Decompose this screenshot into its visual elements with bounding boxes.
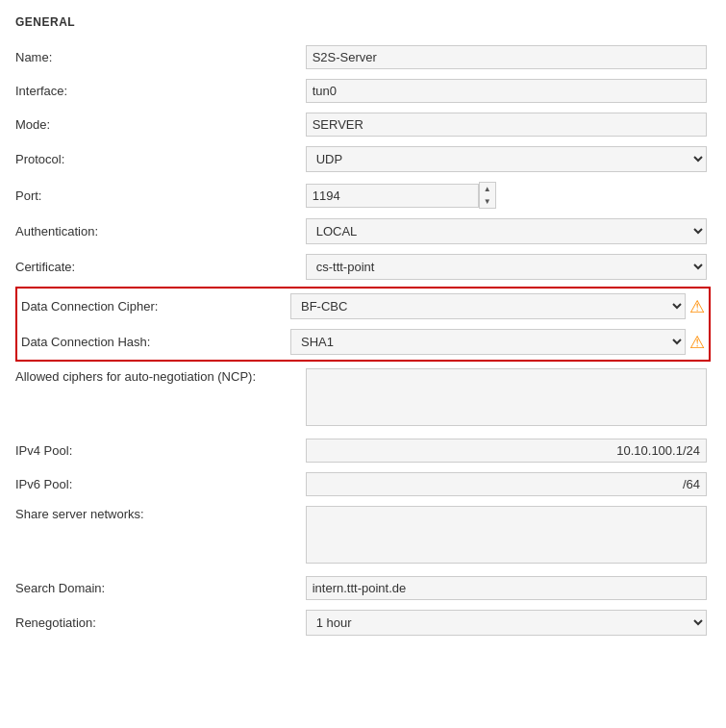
- cipher-field-wrapper: BF-CBC AES-256-CBC AES-128-CBC ⚠: [290, 293, 705, 319]
- renegotiation-row: Renegotiation: 1 hour 2 hours 4 hours 8 …: [15, 605, 711, 640]
- protocol-select[interactable]: UDP TCP: [306, 146, 707, 172]
- cipher-select[interactable]: BF-CBC AES-256-CBC AES-128-CBC: [290, 293, 686, 319]
- ipv6-pool-row: IPv6 Pool:: [15, 467, 711, 501]
- search-domain-label: Search Domain:: [15, 571, 302, 605]
- share-server-networks-row: Share server networks:: [15, 501, 711, 571]
- interface-input[interactable]: [306, 79, 707, 103]
- port-decrement-button[interactable]: ▼: [480, 195, 495, 208]
- port-input[interactable]: [306, 184, 479, 208]
- search-domain-input[interactable]: [306, 576, 707, 600]
- ipv4-pool-input[interactable]: [306, 439, 707, 463]
- port-increment-button[interactable]: ▲: [480, 183, 495, 195]
- allowed-ciphers-textarea[interactable]: [306, 368, 707, 426]
- mode-label: Mode:: [15, 108, 302, 141]
- port-value-cell: ▲ ▼: [302, 177, 711, 213]
- mode-row: Mode:: [15, 108, 711, 141]
- section-title: GENERAL: [15, 15, 711, 29]
- certificate-select[interactable]: cs-ttt-point: [306, 254, 707, 280]
- cipher-hash-table: Data Connection Cipher: BF-CBC AES-256-C…: [17, 289, 709, 360]
- search-domain-value-cell: [302, 571, 711, 605]
- search-domain-row: Search Domain:: [15, 571, 711, 605]
- hash-field-wrapper: SHA1 SHA256 MD5 ⚠: [290, 329, 705, 355]
- hash-select[interactable]: SHA1 SHA256 MD5: [290, 329, 686, 355]
- port-spinner: ▲ ▼: [479, 182, 496, 209]
- port-row: Port: ▲ ▼: [15, 177, 711, 213]
- certificate-row: Certificate: cs-ttt-point: [15, 249, 711, 285]
- hash-value-cell: SHA1 SHA256 MD5 ⚠: [287, 324, 709, 360]
- cipher-value-cell: BF-CBC AES-256-CBC AES-128-CBC ⚠: [287, 289, 709, 324]
- authentication-select[interactable]: LOCAL REMOTE: [306, 218, 707, 244]
- cipher-label: Data Connection Cipher:: [17, 289, 287, 324]
- renegotiation-select[interactable]: 1 hour 2 hours 4 hours 8 hours Never: [306, 610, 707, 636]
- mode-input[interactable]: [306, 113, 707, 137]
- interface-label: Interface:: [15, 74, 302, 108]
- name-label: Name:: [15, 40, 302, 74]
- certificate-value-cell: cs-ttt-point: [302, 249, 711, 285]
- protocol-row: Protocol: UDP TCP: [15, 141, 711, 177]
- allowed-ciphers-row: Allowed ciphers for auto-negotiation (NC…: [15, 364, 711, 434]
- certificate-label: Certificate:: [15, 249, 302, 285]
- form-table-2: Allowed ciphers for auto-negotiation (NC…: [15, 364, 711, 640]
- allowed-ciphers-value-cell: [302, 364, 711, 434]
- name-row: Name:: [15, 40, 711, 74]
- authentication-label: Authentication:: [15, 213, 302, 249]
- hash-label: Data Connection Hash:: [17, 324, 287, 360]
- protocol-label: Protocol:: [15, 141, 302, 177]
- renegotiation-label: Renegotiation:: [15, 605, 302, 640]
- renegotiation-value-cell: 1 hour 2 hours 4 hours 8 hours Never: [302, 605, 711, 640]
- port-wrapper: ▲ ▼: [306, 182, 707, 209]
- data-connection-hash-row: Data Connection Hash: SHA1 SHA256 MD5 ⚠: [17, 324, 709, 360]
- general-section: GENERAL Name: Interface: Mode:: [15, 15, 711, 640]
- mode-value-cell: [302, 108, 711, 141]
- port-label: Port:: [15, 177, 302, 213]
- data-connection-cipher-row: Data Connection Cipher: BF-CBC AES-256-C…: [17, 289, 709, 324]
- share-server-networks-label: Share server networks:: [15, 501, 302, 571]
- ipv4-pool-row: IPv4 Pool:: [15, 434, 711, 467]
- ipv4-pool-label: IPv4 Pool:: [15, 434, 302, 467]
- protocol-value-cell: UDP TCP: [302, 141, 711, 177]
- cipher-hash-section: Data Connection Cipher: BF-CBC AES-256-C…: [15, 287, 711, 362]
- name-input[interactable]: [306, 45, 707, 69]
- interface-value-cell: [302, 74, 711, 108]
- interface-row: Interface:: [15, 74, 711, 108]
- ipv4-pool-value-cell: [302, 434, 711, 467]
- share-server-networks-textarea[interactable]: [306, 506, 707, 564]
- share-server-networks-value-cell: [302, 501, 711, 571]
- authentication-value-cell: LOCAL REMOTE: [302, 213, 711, 249]
- ipv6-pool-value-cell: [302, 467, 711, 501]
- form-table: Name: Interface: Mode: Protocol:: [15, 40, 711, 285]
- name-value-cell: [302, 40, 711, 74]
- ipv6-pool-input[interactable]: [306, 472, 707, 496]
- authentication-row: Authentication: LOCAL REMOTE: [15, 213, 711, 249]
- ipv6-pool-label: IPv6 Pool:: [15, 467, 302, 501]
- hash-warning-icon: ⚠: [689, 332, 705, 353]
- cipher-warning-icon: ⚠: [689, 296, 705, 317]
- allowed-ciphers-label: Allowed ciphers for auto-negotiation (NC…: [15, 364, 302, 434]
